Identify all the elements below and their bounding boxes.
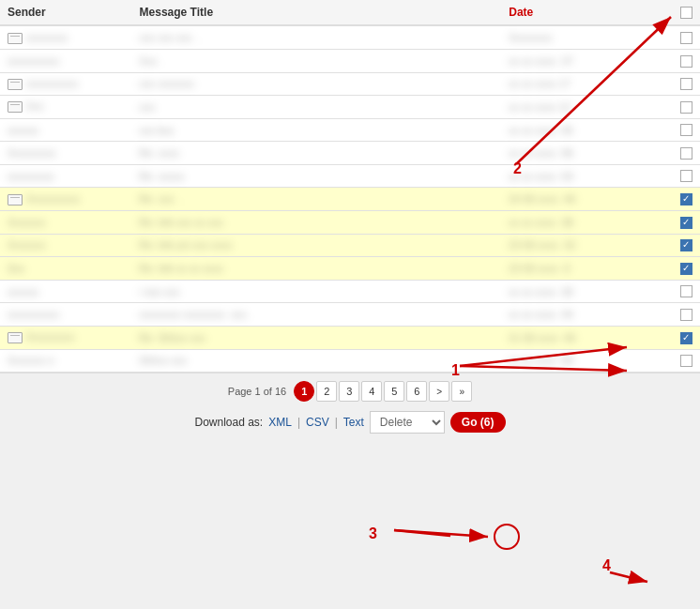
row-checkbox[interactable] <box>680 124 692 136</box>
row-checkbox[interactable] <box>680 309 692 321</box>
title-cell[interactable]: Re: klik ym xxx xxxx <box>132 234 502 257</box>
row-checkbox[interactable] <box>680 355 692 367</box>
date-cell: xx.xx.xxxx :44 <box>501 303 673 327</box>
check-cell[interactable] <box>673 349 700 373</box>
date-text: xx.xx.xxxx :00 <box>509 355 572 366</box>
title-cell[interactable]: Re: xxxxx <box>132 164 502 188</box>
table-row: Xxx.xxxxx.xx.xxxx 12 <box>0 96 700 119</box>
sender-text: Sxx <box>8 263 24 274</box>
check-cell[interactable] <box>673 49 700 72</box>
table-header-row: Sender Message Title Date <box>0 0 700 25</box>
title-cell[interactable]: i nex xxx <box>132 280 502 303</box>
sender-cell: xxxxxx <box>0 280 132 303</box>
page-btn-2[interactable]: 2 <box>316 381 337 402</box>
row-checkbox[interactable] <box>680 170 692 182</box>
page-btn-3[interactable]: 3 <box>339 381 359 402</box>
check-cell[interactable] <box>673 257 700 281</box>
table-row: Xxxxxxx nShhxx xxxxx.xx.xxxx :00 <box>0 349 700 373</box>
title-cell[interactable]: xxx <box>132 96 502 119</box>
title-cell[interactable]: Re: xxx .. <box>132 188 502 211</box>
svg-line-6 <box>394 530 488 537</box>
check-cell[interactable] <box>673 96 700 119</box>
date-text: xx.xx.xxxx :05 <box>509 125 572 136</box>
date-cell: xx.xx.xxxx 12 <box>501 96 673 119</box>
row-checkbox[interactable] <box>680 32 692 44</box>
check-header[interactable] <box>673 0 700 25</box>
check-cell[interactable] <box>673 234 700 257</box>
sep2: | <box>335 416 338 429</box>
date-cell: 21.06.xxxx :46 <box>501 327 673 350</box>
page-btn-1[interactable]: 1 <box>294 381 314 402</box>
download-csv-link[interactable]: CSV <box>306 416 329 429</box>
title-cell[interactable]: Re: xxxx <box>132 142 502 165</box>
title-cell[interactable]: xxx xxx xxx .. <box>132 25 502 49</box>
check-cell[interactable] <box>673 118 700 142</box>
table-row: XxxxxxxRe: klik xxx xx xxxxx.xx.xxxx :38 <box>0 211 700 235</box>
row-checkbox[interactable] <box>680 217 692 229</box>
date-text: 23.06.xxxx :32 <box>509 239 575 251</box>
table-row: xxxxxxxxxxxxx xxxxxxxxx.xx.xxxx 17 <box>0 72 700 96</box>
table-row: xxxxxxi nex xxxxx.xx.xxxx :30 <box>0 280 700 303</box>
check-cell[interactable] <box>673 188 700 211</box>
sender-cell: Xxxxxxxxx <box>0 142 132 165</box>
title-cell[interactable]: Xxx.. <box>132 49 502 72</box>
check-cell[interactable] <box>673 303 700 327</box>
check-cell[interactable] <box>673 25 700 49</box>
page-btn-4[interactable]: 4 <box>361 381 382 402</box>
date-header: Date <box>501 0 673 25</box>
pagination: Page 1 of 16 1 2 3 4 5 6 > » <box>9 381 691 402</box>
title-header: Message Title <box>132 0 502 25</box>
row-checkbox[interactable] <box>680 78 692 90</box>
title-cell[interactable]: Re: Shhxx xxx <box>132 327 502 350</box>
title-text: i nex xxx <box>140 286 180 297</box>
message-icon <box>8 194 23 206</box>
sender-text: Xxxxxxx <box>8 239 45 251</box>
date-text: 23.06.xxxx :0 <box>509 263 570 274</box>
row-checkbox[interactable] <box>680 332 692 344</box>
page-btn-next[interactable]: > <box>429 381 449 402</box>
row-checkbox[interactable] <box>680 55 692 68</box>
row-checkbox[interactable] <box>680 263 692 275</box>
download-xml-link[interactable]: XML <box>268 416 292 429</box>
check-cell[interactable] <box>673 72 700 96</box>
go-button[interactable]: Go (6) <box>450 412 506 433</box>
row-checkbox[interactable] <box>680 193 692 206</box>
title-cell[interactable]: xxxxxxxx xxxxxxxx .xxx.. <box>132 303 502 327</box>
date-cell: xx.xx.xxxx :05 <box>501 118 673 142</box>
sender-cell: Xxx. <box>0 96 132 119</box>
row-checkbox[interactable] <box>680 101 692 114</box>
sender-text: Xxxxxxxxx <box>26 331 74 343</box>
select-all-checkbox[interactable] <box>680 7 692 19</box>
sender-text: Xxxxxxx <box>8 217 45 228</box>
sender-text: xxxxxx <box>8 286 38 297</box>
row-checkbox[interactable] <box>680 239 692 251</box>
main-container: Sender Message Title Date xxxxxxxxxxx xx… <box>0 0 700 441</box>
sender-text: Xxxxxxxxx <box>8 147 55 159</box>
table-row: xxxxxxxxxxx xxx xxx ..Xxxxxxxx <box>0 25 700 49</box>
table-row: XxxxxxxxxxRe: xxx ..24.06.xxxx :46 <box>0 188 700 211</box>
check-cell[interactable] <box>673 142 700 165</box>
date-text: xx.xx.xxxx 12 <box>509 101 570 113</box>
row-checkbox[interactable] <box>680 147 692 160</box>
page-wrapper: Sender Message Title Date xxxxxxxxxxx xx… <box>0 0 700 441</box>
date-cell: xx.xx.xxxx :03 <box>501 164 673 188</box>
action-select[interactable]: Delete <box>370 411 445 434</box>
table-row: XxxxxxxRe: klik ym xxx xxxx23.06.xxxx :3… <box>0 234 700 257</box>
check-cell[interactable] <box>673 164 700 188</box>
check-cell[interactable] <box>673 327 700 350</box>
title-cell[interactable]: Re: klik xx xx xxxx <box>132 257 502 281</box>
sender-text: xxxxxxxxxx <box>8 309 59 320</box>
date-cell: 23.06.xxxx :0 <box>501 257 673 281</box>
title-cell[interactable]: xxx xxxxxxx <box>132 72 502 96</box>
title-cell[interactable]: xxx bxx <box>132 118 502 142</box>
page-btn-5[interactable]: 5 <box>384 381 404 402</box>
page-btn-last[interactable]: » <box>451 381 472 402</box>
download-text-link[interactable]: Text <box>343 416 364 429</box>
sender-cell: Xxxxxxx <box>0 234 132 257</box>
title-cell[interactable]: Shhxx xxx <box>132 349 502 373</box>
check-cell[interactable] <box>673 280 700 303</box>
check-cell[interactable] <box>673 211 700 235</box>
row-checkbox[interactable] <box>680 285 692 297</box>
title-cell[interactable]: Re: klik xxx xx xxx <box>132 211 502 235</box>
page-btn-6[interactable]: 6 <box>406 381 427 402</box>
